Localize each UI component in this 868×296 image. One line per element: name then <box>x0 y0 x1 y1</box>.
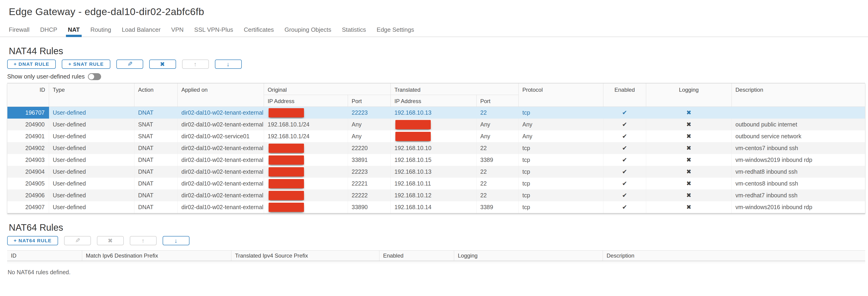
cross-icon: ✖ <box>160 61 165 67</box>
nat64-col-header-description[interactable]: Description <box>603 250 865 261</box>
tab-bar: FirewallDHCPNATRoutingLoad BalancerVPNSS… <box>0 26 868 37</box>
nat44-rule-row-204907[interactable]: 204907User-definedDNATdir02-dal10-w02-te… <box>7 201 865 213</box>
redacted-ip-block <box>269 155 304 165</box>
col-header-original-port[interactable]: Port <box>348 95 391 107</box>
nat64-col-header-match-ipv6-destination-prefix[interactable]: Match Ipv6 Destination Prefix <box>82 250 231 261</box>
col-header-original[interactable]: Original <box>264 83 391 95</box>
rule-type: User-defined <box>49 118 134 130</box>
rule-action: SNAT <box>134 130 178 142</box>
col-header-description[interactable]: Description <box>732 83 865 107</box>
cross-icon: ✖ <box>686 156 691 163</box>
check-icon: ✔ <box>622 156 627 163</box>
rule-id: 204903 <box>7 154 49 166</box>
nat44-rule-row-204905[interactable]: 204905User-definedDNATdir02-dal10-w02-te… <box>7 178 865 189</box>
tab-load-balancer[interactable]: Load Balancer <box>122 26 160 33</box>
rule-translated-ip: 192.168.10.12 <box>391 189 476 201</box>
rule-enabled-mark: ✔ <box>603 189 646 201</box>
col-header-protocol[interactable]: Protocol <box>519 83 603 107</box>
rule-logging-mark: ✖ <box>646 118 732 130</box>
tab-certificates[interactable]: Certificates <box>244 26 274 33</box>
rule-original-ip: 192.168.10.1/24 <box>264 130 348 142</box>
move-nat64-rule-down-button[interactable]: ↓ <box>163 236 189 245</box>
rule-description: vm-windows2016 inbound rdp <box>732 201 865 213</box>
tab-vpn[interactable]: VPN <box>171 26 183 33</box>
redacted-ip-block <box>269 167 304 177</box>
nat64-col-header-translated-ipv4-source-prefix[interactable]: Translated Ipv4 Source Prefix <box>231 250 379 261</box>
cross-icon: ✖ <box>686 180 691 187</box>
rule-protocol: tcp <box>519 107 603 118</box>
nat44-rule-row-204901[interactable]: 204901User-definedSNATdir02-dal10-w02-se… <box>7 130 865 142</box>
nat44-rule-row-204900[interactable]: 204900User-definedSNATdir02-dal10-w02-te… <box>7 118 865 130</box>
nat64-col-header-enabled[interactable]: Enabled <box>379 250 454 261</box>
cross-icon: ✖ <box>686 109 691 116</box>
tab-edge-settings[interactable]: Edge Settings <box>377 26 414 33</box>
tab-grouping-objects[interactable]: Grouping Objects <box>284 26 331 33</box>
rule-original-ip <box>264 166 348 178</box>
delete-rule-button[interactable]: ✖ <box>149 59 176 69</box>
redacted-ip-block <box>269 203 304 212</box>
cross-icon: ✖ <box>686 121 691 128</box>
rule-type: User-defined <box>49 107 134 118</box>
nat44-rule-row-204903[interactable]: 204903User-definedDNATdir02-dal10-w02-te… <box>7 154 865 166</box>
rule-enabled-mark: ✔ <box>603 130 646 142</box>
rule-logging-mark: ✖ <box>646 166 732 178</box>
cross-icon: ✖ <box>686 204 691 211</box>
redacted-ip-block <box>269 108 304 117</box>
add-nat64-rule-button[interactable]: + NAT64 RULE <box>7 236 58 245</box>
rule-translated-ip <box>391 130 476 142</box>
check-icon: ✔ <box>622 121 627 128</box>
tab-nat[interactable]: NAT <box>68 26 80 33</box>
tab-dhcp[interactable]: DHCP <box>40 26 57 33</box>
check-icon: ✔ <box>622 133 627 140</box>
move-rule-down-button[interactable]: ↓ <box>215 59 242 69</box>
rule-applied-on: dir02-dal10-w02-tenant-external <box>178 118 264 130</box>
nat44-rule-row-204902[interactable]: 204902User-definedDNATdir02-dal10-w02-te… <box>7 142 865 154</box>
nat64-col-header-id[interactable]: ID <box>7 250 82 261</box>
rule-translated-port: 22 <box>476 107 519 118</box>
check-icon: ✔ <box>622 168 627 175</box>
rule-translated-port: Any <box>476 118 519 130</box>
col-header-applied-on[interactable]: Applied on <box>178 83 264 107</box>
tab-ssl-vpn-plus[interactable]: SSL VPN-Plus <box>194 26 233 33</box>
check-icon: ✔ <box>622 204 627 211</box>
tab-routing[interactable]: Routing <box>90 26 111 33</box>
col-header-id[interactable]: ID <box>7 83 49 107</box>
show-user-defined-toggle[interactable] <box>88 73 101 80</box>
col-header-original-ip[interactable]: IP Address <box>264 95 348 107</box>
rule-original-ip: 192.168.10.1/24 <box>264 118 348 130</box>
rule-applied-on: dir02-dal10-w02-tenant-external <box>178 178 264 189</box>
nat44-rule-row-204906[interactable]: 204906User-definedDNATdir02-dal10-w02-te… <box>7 189 865 201</box>
tab-statistics[interactable]: Statistics <box>342 26 366 33</box>
col-header-enabled[interactable]: Enabled <box>603 83 646 107</box>
col-header-action[interactable]: Action <box>134 83 178 107</box>
col-header-translated-port[interactable]: Port <box>476 95 519 107</box>
col-header-logging[interactable]: Logging <box>646 83 732 107</box>
toggle-knob <box>89 74 94 79</box>
col-header-type[interactable]: Type <box>49 83 134 107</box>
rule-logging-mark: ✖ <box>646 178 732 189</box>
col-header-translated[interactable]: Translated <box>391 83 519 95</box>
edit-rule-button[interactable]: ✎ <box>116 59 143 69</box>
rule-enabled-mark: ✔ <box>603 166 646 178</box>
nat44-rule-row-204904[interactable]: 204904User-definedDNATdir02-dal10-w02-te… <box>7 166 865 178</box>
add-dnat-rule-button[interactable]: + DNAT RULE <box>7 59 56 69</box>
nat44-rule-row-196707[interactable]: 196707User-definedDNATdir02-dal10-w02-te… <box>7 107 865 118</box>
col-header-translated-ip[interactable]: IP Address <box>391 95 476 107</box>
redacted-ip-block <box>269 191 304 200</box>
edit-nat64-rule-button[interactable]: ✎ <box>64 236 91 245</box>
nat64-col-header-logging[interactable]: Logging <box>454 250 603 261</box>
rule-original-ip <box>264 107 348 118</box>
rule-protocol: tcp <box>519 142 603 154</box>
move-nat64-rule-up-button[interactable]: ↑ <box>130 236 157 245</box>
delete-nat64-rule-button[interactable]: ✖ <box>97 236 124 245</box>
rule-original-port: 22220 <box>348 142 391 154</box>
tab-firewall[interactable]: Firewall <box>9 26 30 33</box>
add-snat-rule-button[interactable]: + SNAT RULE <box>62 59 110 69</box>
nat64-empty-message: No NAT64 rules defined. <box>8 269 868 276</box>
nat64-table-header: IDMatch Ipv6 Destination PrefixTranslate… <box>7 250 865 261</box>
rule-applied-on: dir02-dal10-w02-tenant-external <box>178 189 264 201</box>
rule-enabled-mark: ✔ <box>603 154 646 166</box>
rule-original-ip <box>264 142 348 154</box>
rule-original-port: 33890 <box>348 201 391 213</box>
move-rule-up-button[interactable]: ↑ <box>182 59 209 69</box>
